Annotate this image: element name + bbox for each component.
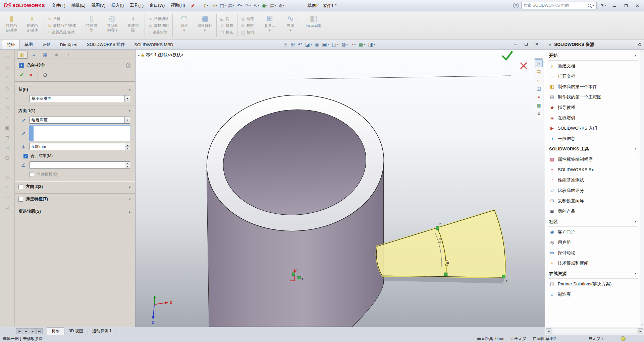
- taskpane-item[interactable]: ◎用户组: [548, 237, 638, 248]
- scenes-tab[interactable]: ▦: [535, 101, 543, 109]
- sketch-wedge[interactable]: 18° 7 2: [376, 210, 508, 283]
- draft-angle-input[interactable]: ▲▼: [30, 161, 130, 168]
- scroll-left-icon[interactable]: ◀: [546, 328, 551, 334]
- feature-manager-tab-button[interactable]: ≡: [29, 51, 39, 59]
- view-orientation-button[interactable]: ▣▾: [321, 41, 330, 48]
- lofted-cut-button[interactable]: ≋放样切割: [149, 23, 169, 28]
- design-library-tab[interactable]: ▤: [535, 68, 543, 75]
- rib-button[interactable]: ◣筋: [220, 16, 233, 21]
- left-tool-icon-14[interactable]: ▭: [3, 194, 11, 201]
- boundary-cut-button[interactable]: ≈边界切除: [149, 30, 169, 35]
- scroll-up-icon[interactable]: ▲: [641, 50, 643, 53]
- revolved-boss-button[interactable]: ◗旋转凸台/基体: [22, 12, 42, 39]
- last-tab-button[interactable]: ▶|: [36, 328, 43, 334]
- appearances-tab[interactable]: ◕: [535, 93, 543, 100]
- menubar-item[interactable]: 工具(T): [127, 1, 147, 10]
- hide-show-items-button[interactable]: ◍▾: [340, 41, 349, 48]
- left-tool-icon-06[interactable]: □: [3, 104, 11, 111]
- tab-特征[interactable]: 特征: [2, 40, 20, 49]
- previous-tab-button[interactable]: ◀: [23, 328, 29, 334]
- reverse-direction-icon[interactable]: ↗: [20, 117, 27, 123]
- flyout-arrow-icon[interactable]: ▸: [138, 53, 140, 57]
- chevron-up-icon[interactable]: ∧: [127, 109, 132, 113]
- taskpane-item[interactable]: ◈在线培训: [548, 113, 638, 123]
- curves-button[interactable]: ∿曲线▾: [280, 12, 301, 39]
- taskpane-item[interactable]: ⌂制造商: [548, 289, 638, 299]
- instant3d-button[interactable]: ◧Instant3D: [304, 12, 324, 39]
- menubar-item[interactable]: 编辑(E): [68, 1, 89, 10]
- custom-properties-tab[interactable]: ≡: [535, 110, 543, 117]
- left-tool-icon-11[interactable]: ▢: [3, 154, 11, 161]
- revolved-cut-button[interactable]: ◖旋转切除: [123, 12, 143, 39]
- depth-input[interactable]: 5.00mm ▲▼: [30, 143, 130, 150]
- taskpane-section-header[interactable]: 社区∧: [548, 216, 638, 227]
- left-tool-icon-07[interactable]: ◦: [3, 114, 11, 121]
- chevron-up-icon[interactable]: ∧: [633, 272, 638, 276]
- left-tool-icon-15[interactable]: □: [3, 204, 11, 211]
- sketch-handle[interactable]: [436, 226, 439, 229]
- spin-down-icon[interactable]: ▼: [125, 165, 130, 168]
- taskpane-pin-icon[interactable]: [638, 43, 641, 46]
- file-explorer-tab[interactable]: ▱: [535, 76, 543, 84]
- fillet-button[interactable]: ◠圆角▾: [174, 12, 194, 39]
- sketch-handle[interactable]: [502, 275, 505, 278]
- section-view-button[interactable]: ◪▾: [304, 41, 313, 48]
- chevron-up-icon[interactable]: ∧: [633, 54, 638, 58]
- property-manager-tab-button[interactable]: ◧: [17, 51, 28, 59]
- taskpane-section-header[interactable]: 开始∧: [548, 50, 638, 61]
- taskpane-item[interactable]: ◉客户门户: [548, 227, 638, 237]
- end-condition-select[interactable]: 给定深度 ▼: [30, 117, 130, 124]
- wrap-button[interactable]: ◍包覆: [241, 16, 254, 21]
- spin-up-icon[interactable]: ▲: [125, 162, 130, 165]
- boundary-boss-button[interactable]: ≈边界凸台/基体: [48, 30, 76, 35]
- annotation-views-button[interactable]: ◎: [314, 41, 320, 48]
- left-tool-icon-01[interactable]: ▭: [3, 54, 11, 61]
- swept-boss-button[interactable]: ∿扫描: [48, 16, 76, 21]
- doc-tab-3D 视图[interactable]: 3D 视图: [64, 327, 88, 335]
- section-direction1[interactable]: 方向 1(1) ∧: [15, 106, 135, 116]
- taskpane-item[interactable]: ▣我的产品: [548, 206, 638, 216]
- menubar-item[interactable]: 窗口(W): [147, 1, 168, 10]
- cylinder-body[interactable]: [202, 89, 388, 327]
- chevron-down-icon[interactable]: ∨: [127, 185, 132, 189]
- taskpane-item[interactable]: ◔性能基准测试: [548, 175, 638, 185]
- status-globe-icon[interactable]: [621, 336, 626, 341]
- scroll-right-icon[interactable]: ▶: [638, 328, 643, 334]
- previous-view-button[interactable]: ↶: [297, 41, 303, 48]
- new-document-button[interactable]: ▯▾: [202, 2, 210, 10]
- taskpane-item[interactable]: ⊞复制设置向导: [548, 196, 638, 206]
- close-app-button[interactable]: ×: [633, 2, 642, 9]
- taskpane-item[interactable]: ◫Partner Solutions(解决方案): [548, 279, 638, 289]
- left-tool-icon-13[interactable]: ○: [3, 184, 11, 191]
- menubar-item[interactable]: 插入(I): [108, 1, 127, 10]
- linear-pattern-button[interactable]: ▦线性阵列▾: [195, 12, 215, 39]
- graphics-viewport[interactable]: 18° 7 2: [136, 50, 545, 327]
- menubar-item[interactable]: 文件(F): [49, 1, 68, 10]
- next-tab-button[interactable]: ▶: [30, 328, 36, 334]
- taskpane-section-header[interactable]: 在线资源∧: [548, 268, 638, 279]
- dimxpert-manager-tab-button[interactable]: ⊕: [51, 51, 62, 59]
- taskpane-item[interactable]: ℹ一般信息: [548, 133, 638, 144]
- taskpane-item[interactable]: ◧制作我的第一个零件: [548, 81, 638, 92]
- sketch-handle[interactable]: [444, 273, 447, 276]
- menubar-item[interactable]: 视图(V): [89, 1, 109, 10]
- left-tool-icon-05[interactable]: ▱: [3, 94, 11, 101]
- view-palette-tab[interactable]: ◫: [535, 84, 543, 92]
- draft-button[interactable]: ∠拔模: [220, 23, 233, 28]
- section-selected-contours[interactable]: 所选轮廓(S) ∨: [15, 206, 135, 216]
- start-condition-select[interactable]: 草图基准面 ▼: [30, 95, 130, 102]
- left-tool-icon-09[interactable]: ◻: [3, 134, 11, 141]
- extruded-boss-button[interactable]: ▮拉伸凸台/基体: [1, 12, 21, 39]
- taskpane-item[interactable]: ▧属性标签编制程序: [548, 154, 638, 164]
- wedge-profile[interactable]: [376, 210, 505, 277]
- taskpane-item[interactable]: ▱打开文档: [548, 71, 638, 81]
- pin-menu-icon[interactable]: [189, 3, 197, 8]
- tab-SOLIDWORKS MBD[interactable]: SOLIDWORKS MBD: [129, 40, 178, 49]
- intersect-button[interactable]: ⊗相交: [241, 23, 254, 28]
- minimize-app-button[interactable]: [610, 2, 619, 9]
- taskpane-collapse-icon[interactable]: «: [548, 42, 551, 47]
- tree-root-item[interactable]: 零件1 (默认<<默认>_...: [146, 52, 189, 58]
- merge-result-checkbox[interactable]: ✓: [23, 154, 28, 158]
- taskpane-item[interactable]: ◆指导教程: [548, 102, 638, 113]
- zoom-area-button[interactable]: ⊞: [290, 41, 296, 48]
